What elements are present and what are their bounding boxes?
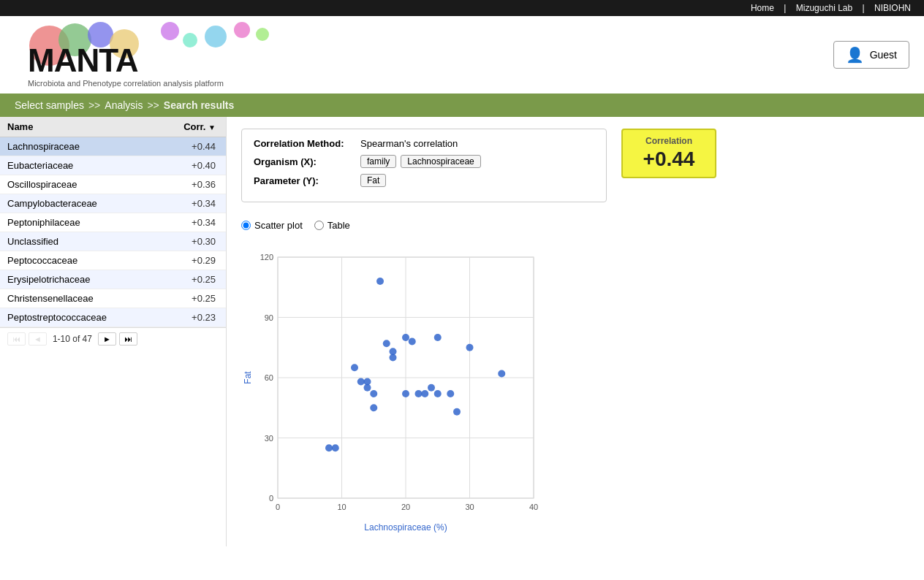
- svg-text:90: 90: [265, 313, 273, 322]
- prev-page-btn[interactable]: ◄: [29, 332, 47, 346]
- parameter-row: Parameter (Y): Fat: [254, 174, 594, 187]
- table-row[interactable]: Lachnospiraceae+0.44: [0, 137, 226, 156]
- row-corr: +0.36: [157, 175, 226, 194]
- next-page-btn[interactable]: ►: [98, 332, 116, 346]
- first-page-btn[interactable]: ⏮: [7, 332, 26, 346]
- svg-point-22: [332, 444, 339, 451]
- lab-link[interactable]: Mizuguchi Lab: [796, 3, 852, 13]
- scatter-plot-svg: 0306090120010203040Lachnospiraceae (%)Fa…: [241, 243, 548, 535]
- scatter-plot-option[interactable]: Scatter plot: [241, 220, 303, 231]
- svg-point-30: [383, 340, 390, 347]
- home-link[interactable]: Home: [751, 3, 774, 13]
- svg-point-27: [370, 390, 377, 397]
- row-name: Peptococcaceae: [0, 251, 157, 270]
- breadcrumb-bar: Select samples >> Analysis >> Search res…: [0, 94, 924, 117]
- svg-point-23: [351, 364, 358, 371]
- table-option[interactable]: Table: [314, 220, 350, 231]
- user-icon: 👤: [846, 46, 864, 64]
- left-panel: Name Corr. ▼ Lachnospiraceae+0.44Eubacte…: [0, 117, 227, 546]
- row-name: Lachnospiraceae: [0, 137, 157, 156]
- logo-subtitle: Microbiota and Phenotype correlation ana…: [28, 79, 224, 88]
- table-row[interactable]: Peptoniphilaceae+0.34: [0, 213, 226, 232]
- badge-label: Correlation: [635, 136, 703, 146]
- method-row: Correlation Method: Spearman's correlati…: [254, 138, 594, 149]
- row-name: Campylobacteraceae: [0, 194, 157, 213]
- info-box: Correlation Method: Spearman's correlati…: [241, 129, 607, 202]
- row-name: Unclassified: [0, 232, 157, 251]
- row-name: Christensenellaceae: [0, 289, 157, 308]
- parameter-tag: Fat: [360, 174, 386, 187]
- table-row[interactable]: Campylobacteraceae+0.34: [0, 194, 226, 213]
- scatter-plot-radio[interactable]: [241, 221, 251, 230]
- svg-text:20: 20: [401, 503, 410, 511]
- row-name: Eubacteriaceae: [0, 156, 157, 175]
- table-row[interactable]: Peptococcaceae+0.29: [0, 251, 226, 270]
- table-row[interactable]: Christensenellaceae+0.25: [0, 289, 226, 308]
- svg-text:120: 120: [260, 253, 273, 262]
- breadcrumb-sep2: >>: [147, 99, 159, 111]
- results-table: Name Corr. ▼ Lachnospiraceae+0.44Eubacte…: [0, 117, 226, 327]
- svg-point-32: [390, 354, 397, 362]
- svg-point-37: [421, 390, 428, 397]
- row-corr: +0.25: [157, 270, 226, 289]
- svg-point-39: [434, 334, 442, 341]
- row-name: Peptostreptococcaceae: [0, 308, 157, 327]
- right-panel: Correlation Method: Spearman's correlati…: [227, 117, 924, 546]
- table-radio[interactable]: [314, 221, 324, 230]
- scatter-plot-label: Scatter plot: [254, 220, 303, 231]
- svg-text:40: 40: [529, 503, 538, 511]
- top-nav: Home | Mizuguchi Lab | NIBIOHN: [0, 0, 924, 16]
- correlation-badge: Correlation +0.44: [621, 129, 716, 178]
- table-row[interactable]: Unclassified+0.30: [0, 232, 226, 251]
- guest-button[interactable]: 👤 Guest: [833, 41, 909, 69]
- svg-point-42: [453, 408, 461, 416]
- page-info: 1-10 of 47: [53, 334, 92, 344]
- method-label: Correlation Method:: [254, 138, 356, 149]
- svg-point-21: [325, 444, 333, 451]
- row-corr: +0.34: [157, 213, 226, 232]
- parameter-label: Parameter (Y):: [254, 175, 356, 186]
- table-row[interactable]: Eubacteriaceae+0.40: [0, 156, 226, 175]
- row-corr: +0.30: [157, 232, 226, 251]
- last-page-btn[interactable]: ⏭: [119, 332, 137, 346]
- svg-point-33: [402, 334, 409, 341]
- table-label: Table: [327, 220, 350, 231]
- svg-point-41: [447, 390, 454, 397]
- svg-text:30: 30: [265, 434, 273, 443]
- row-corr: +0.34: [157, 194, 226, 213]
- svg-text:Lachnospiraceae (%): Lachnospiraceae (%): [364, 522, 447, 533]
- svg-point-34: [402, 390, 409, 397]
- main-content: Name Corr. ▼ Lachnospiraceae+0.44Eubacte…: [0, 117, 924, 546]
- breadcrumb-select-samples[interactable]: Select samples: [15, 99, 84, 111]
- svg-point-26: [364, 384, 371, 392]
- svg-point-43: [466, 344, 474, 351]
- svg-point-28: [370, 404, 377, 411]
- chart-container: 0306090120010203040Lachnospiraceae (%)Fa…: [241, 243, 548, 535]
- table-row[interactable]: Oscillospiraceae+0.36: [0, 175, 226, 194]
- sep1: |: [784, 3, 786, 13]
- svg-point-29: [376, 278, 384, 285]
- svg-text:0: 0: [276, 503, 280, 511]
- svg-point-38: [428, 384, 435, 392]
- svg-point-35: [409, 338, 416, 346]
- organism-label: Organism (X):: [254, 156, 356, 167]
- header: MANTA Microbiota and Phenotype correlati…: [0, 16, 924, 94]
- svg-point-24: [357, 378, 365, 386]
- pagination: ⏮ ◄ 1-10 of 47 ► ⏭: [0, 327, 226, 350]
- sep2: |: [863, 3, 865, 13]
- table-row[interactable]: Erysipelotrichaceae+0.25: [0, 270, 226, 289]
- svg-text:30: 30: [465, 503, 474, 511]
- organism-row: Organism (X): family Lachnospiraceae: [254, 155, 594, 168]
- organism-tag1: family: [360, 155, 396, 168]
- svg-point-36: [415, 390, 423, 397]
- svg-text:60: 60: [265, 373, 273, 382]
- table-row[interactable]: Peptostreptococcaceae+0.23: [0, 308, 226, 327]
- badge-value: +0.44: [635, 148, 703, 171]
- logo-title: MANTA: [28, 42, 224, 79]
- row-corr: +0.44: [157, 137, 226, 156]
- breadcrumb-analysis[interactable]: Analysis: [105, 99, 143, 111]
- logo-area: MANTA Microbiota and Phenotype correlati…: [15, 22, 278, 88]
- nibiohn-link[interactable]: NIBIOHN: [874, 3, 911, 13]
- breadcrumb-current: Search results: [164, 99, 235, 111]
- svg-point-44: [498, 370, 505, 378]
